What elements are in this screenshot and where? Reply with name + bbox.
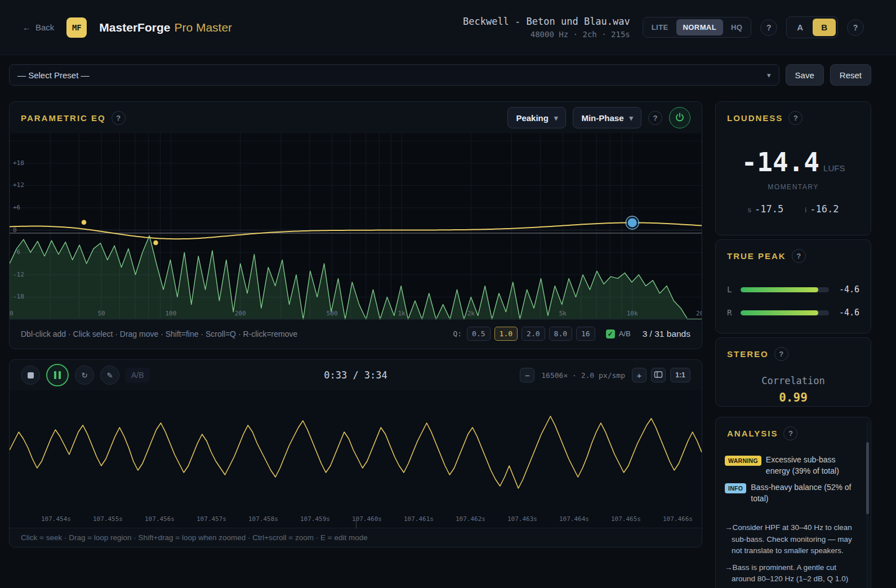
pause-button[interactable] [46,364,69,386]
warning-badge: WARNING [725,456,761,466]
eq-db-label: +18 [13,159,24,167]
zoom-out-button[interactable]: − [520,368,534,382]
parametric-eq-panel: PARAMETRIC EQ ? Peaking ▾ Min-Phase ▾ ? [9,101,702,349]
stereo-help-button[interactable]: ? [774,347,788,361]
eq-freq-label: 50 [97,310,105,317]
phase-mode-value: Min-Phase [581,113,623,123]
preset-bar: — Select Preset — ▾ Save Reset [9,64,871,86]
eq-db-label: 0 [13,226,17,234]
loudness-mode-label: MOMENTARY [716,183,871,191]
eq-power-button[interactable] [669,107,690,128]
true-peak-right-meter [741,310,829,315]
waveform-footer: Click = seek · Drag = loop region · Shif… [10,528,702,547]
q-preset-2.0-button[interactable]: 2.0 [521,327,545,341]
eq-freq-label: 5k [559,310,567,317]
back-arrow-icon: ← [23,23,31,32]
eq-band-handle-selected[interactable] [627,217,638,228]
phase-mode-select[interactable]: Min-Phase ▾ [573,107,641,128]
analysis-info-item: INFO Bass-heavy balance (52% of total) [716,482,871,504]
filter-type-value: Peaking [516,113,549,123]
file-info: Beckwell - Beton und Blau.wav 48000 Hz ·… [463,16,630,39]
eq-freq-label: 100 [165,310,176,317]
q-preset-0.5-button[interactable]: 0.5 [467,327,490,341]
waveform-chart [10,390,702,514]
eq-db-label: -18 [13,293,24,300]
short-term-loudness: s -17.5 [748,203,784,215]
true-peak-panel: TRUE PEAK ? L -4.6 R -4.6 [715,239,871,333]
bands-count: 3 / 31 bands [643,329,690,339]
loudness-panel: LOUDNESS ? -14.4LUFS MOMENTARY s -17.5 i… [715,101,871,235]
eq-curve-chart [10,133,702,319]
one-to-one-zoom-button[interactable]: 1:1 [670,368,690,382]
save-button[interactable]: Save [786,64,824,86]
analysis-scrollbar-thumb[interactable] [866,442,869,514]
eq-db-label: +6 [13,204,20,211]
transport-toolbar: ↻ ✎ A/B 0:33 / 3:34 − 16506× · 2.0 px/sm… [10,360,702,390]
eq-freq-axis: 20501002005001k2k5k10k20k [10,310,702,318]
app-tagline: Pro Master [174,21,232,34]
ab-b-button[interactable]: B [813,19,836,36]
quality-lite-button[interactable]: LITE [645,19,675,35]
eq-hint-text: Dbl-click add · Click select · Drag move… [21,329,297,338]
topbar: ← Back MF MasterForge Pro Master Beckwel… [0,0,896,55]
reset-button[interactable]: Reset [830,64,871,86]
edit-button[interactable]: ✎ [100,366,119,385]
correlation-value: 0.99 [716,391,871,404]
app-window: ← Back MF MasterForge Pro Master Beckwel… [0,0,896,588]
q-preset-1.0-button[interactable]: 1.0 [494,327,518,341]
eq-band-handle[interactable] [81,220,87,225]
quality-normal-button[interactable]: NORMAL [676,19,723,35]
quality-help-button[interactable]: ? [760,19,777,36]
preset-select[interactable]: — Select Preset — ▾ [9,64,779,86]
q-preset-8.0-button[interactable]: 8.0 [549,327,572,341]
fit-view-button[interactable] [651,368,666,382]
back-button[interactable]: ← Back [23,23,54,32]
app-title: MasterForge Pro Master [99,21,232,34]
stereo-title: STEREO [727,349,769,359]
analysis-tip: →Consider HPF at 30–40 Hz to clean sub-b… [725,522,862,556]
correlation-label: Correlation [716,375,871,386]
ab-switch: A B [786,16,838,38]
info-badge: INFO [725,483,746,493]
eq-help-button[interactable]: ? [112,111,126,125]
eq-ab-checkbox[interactable]: ✓ A/B [606,329,631,338]
zoom-in-button[interactable]: + [632,368,647,382]
quality-switch: LITE NORMAL HQ [643,17,752,38]
transport-ab-button[interactable]: A/B [126,368,150,382]
stereo-panel: STEREO ? Correlation 0.99 [715,337,871,407]
eq-freq-label: 1k [398,310,405,317]
loudness-help-button[interactable]: ? [788,111,803,125]
eq-db-label: +12 [13,181,24,189]
zoom-level-label: 16506× · 2.0 px/smp [541,371,625,380]
waveform-display[interactable]: 107.454s 107.455s 107.456s 107.457s 107.… [10,390,702,529]
eq-db-label: -12 [13,271,24,278]
file-meta: 48000 Hz · 2ch · 215s [463,30,630,39]
checkbox-checked-icon: ✓ [606,329,615,338]
true-peak-help-button[interactable]: ? [792,249,806,263]
loop-button[interactable]: ↻ [75,366,94,385]
analysis-title: ANALYSIS [727,429,778,438]
eq-freq-label: 2k [467,310,475,317]
eq-freq-label: 10k [627,310,638,317]
eq-footer: Dbl-click add · Click select · Drag move… [10,318,702,349]
phase-help-button[interactable]: ? [648,111,662,125]
analysis-tips: →Consider HPF at 30–40 Hz to clean sub-b… [725,522,862,588]
app-name: MasterForge [99,21,170,34]
pencil-icon: ✎ [106,371,113,380]
ab-a-button[interactable]: A [788,19,812,36]
file-title: Beckwell - Beton und Blau.wav [463,16,630,27]
eq-ab-label: A/B [619,329,631,338]
fit-view-icon [654,371,663,380]
ab-help-button[interactable]: ? [847,19,864,36]
analysis-tip: →Bass is prominent. A gentle cut around … [725,562,862,588]
loop-icon: ↻ [81,371,87,380]
analysis-help-button[interactable]: ? [783,426,797,440]
chevron-down-icon: ▾ [629,114,633,122]
eq-band-handle[interactable] [153,240,159,246]
quality-hq-button[interactable]: HQ [724,19,749,35]
filter-type-select[interactable]: Peaking ▾ [507,107,566,128]
q-preset-16-button[interactable]: 16 [576,327,595,341]
integrated-loudness: i -16.2 [805,203,839,215]
stop-button[interactable] [21,366,40,385]
eq-graph[interactable]: +18+12+60-6-12-18 20501002005001k2k5k10k… [10,133,702,319]
